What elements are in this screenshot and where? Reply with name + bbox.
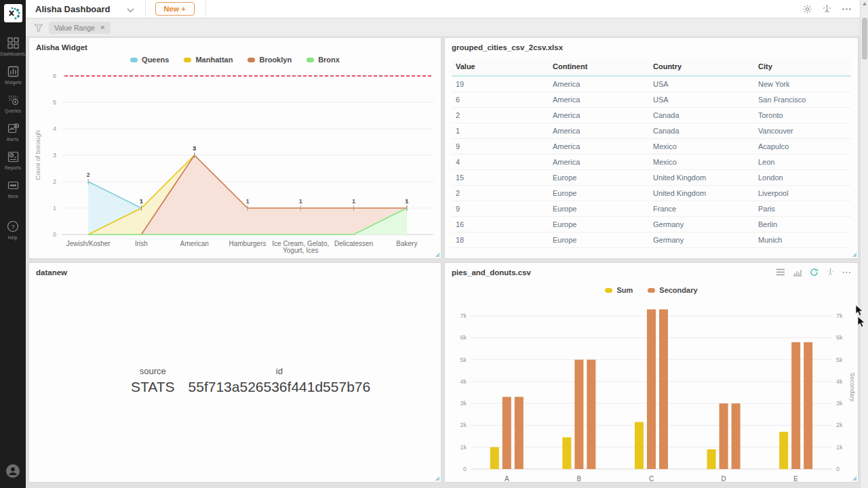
table-cell: Germany [650, 232, 755, 248]
chip-close-icon[interactable]: ✕ [100, 24, 105, 31]
svg-text:1: 1 [245, 198, 249, 205]
column-header[interactable]: Continent [550, 58, 650, 76]
settings-gear-icon[interactable] [802, 4, 812, 14]
legend-item-queens[interactable]: Queens [130, 56, 169, 64]
legend-label: Manhattan [195, 56, 233, 64]
legend-swatch [184, 58, 191, 62]
table-cell: America [550, 108, 650, 123]
share-icon[interactable] [826, 268, 835, 277]
table-cell: Vancouver [755, 123, 851, 139]
table-row[interactable]: 4AmericaMexicoLeon [452, 155, 851, 170]
svg-text:Irish: Irish [134, 240, 147, 247]
new-button[interactable]: New + [155, 2, 195, 16]
more-options-icon[interactable] [842, 271, 851, 274]
svg-text:7k: 7k [836, 312, 843, 319]
table-view-icon[interactable] [776, 268, 785, 276]
chart-view-icon[interactable] [793, 268, 802, 277]
table-row[interactable]: 16EuropeGermanyBerlin [452, 217, 851, 232]
more-icon [7, 179, 20, 192]
sidebar-item-alerts[interactable]: Alerts [0, 117, 26, 146]
area-line-chart[interactable]: 01234562113311111Jewish/KosherIrishAmeri… [32, 65, 439, 263]
svg-text:4k: 4k [836, 378, 843, 385]
panel-pies-and-donuts: pies_and_donuts.csv SumSecondary 001k1k2… [444, 262, 859, 483]
scroll-up-arrow-icon[interactable] [863, 2, 867, 5]
sidebar-item-label: Help [8, 235, 18, 239]
table-row[interactable]: 2EuropeUnited KingdomLiverpool [452, 186, 851, 201]
filter-chip-value-range[interactable]: Value Range ✕ [49, 22, 111, 34]
datanew-source-value: STATS [124, 378, 182, 396]
sidebar-item-label: Dashboards [1, 52, 26, 56]
resize-handle[interactable] [435, 476, 439, 481]
panel-title: Alisha Widget [29, 38, 441, 52]
sidebar-item-help[interactable]: ? Help [0, 215, 26, 244]
table-cell: Canada [650, 123, 755, 139]
sidebar: Dashboards Widgets Queries Al [0, 0, 26, 488]
svg-text:2k: 2k [460, 422, 467, 428]
table-row[interactable]: 2AmericaCanadaToronto [452, 108, 851, 123]
sidebar-item-label: Reports [5, 165, 21, 169]
vertical-scrollbar[interactable] [860, 0, 868, 488]
column-header[interactable]: City [755, 58, 851, 76]
svg-text:4k: 4k [460, 378, 467, 385]
filter-funnel-icon[interactable] [34, 23, 43, 33]
table-cell: 15 [452, 170, 550, 186]
table-cell: Europe [550, 232, 650, 248]
cities-table[interactable]: ValueContinentCountryCity 19AmericaUSANe… [452, 58, 851, 248]
svg-text:1: 1 [405, 198, 408, 205]
svg-text:6: 6 [52, 73, 56, 79]
table-cell: 4 [452, 155, 550, 170]
legend-item-sum[interactable]: Sum [605, 286, 633, 294]
table-row[interactable]: 6AmericaUSASan Francisco [452, 92, 851, 108]
more-options-icon[interactable] [842, 7, 852, 11]
svg-text:Secondary: Secondary [849, 372, 855, 402]
panel-datanew: datanew source id STATS 55f713a526536f44… [28, 262, 441, 483]
table-cell: 2 [452, 108, 550, 123]
scrollbar-thumb[interactable] [862, 18, 867, 60]
legend-label: Bronx [318, 56, 340, 64]
sidebar-item-reports[interactable]: Reports [0, 146, 26, 174]
legend-item-bronx[interactable]: Bronx [307, 56, 340, 64]
bar-chart[interactable]: 001k1k2k2k3k3k4k4k5k5k6k6k7k7kABCDESecon… [448, 297, 855, 487]
svg-text:2: 2 [86, 171, 90, 178]
table-cell: 9 [452, 139, 550, 155]
table-row[interactable]: 9EuropeFranceParis [452, 201, 851, 217]
column-header[interactable]: Value [452, 58, 550, 76]
resize-handle[interactable] [852, 252, 856, 257]
table-row[interactable]: 1AmericaCanadaVancouver [452, 123, 851, 139]
table-cell: 18 [452, 232, 550, 248]
table-row[interactable]: 18EuropeGermanyMunich [452, 232, 851, 248]
column-header[interactable]: Country [650, 58, 755, 76]
app-logo-icon[interactable] [4, 4, 22, 22]
legend-item-secondary[interactable]: Secondary [648, 286, 697, 294]
sidebar-item-widgets[interactable]: Widgets [0, 60, 26, 89]
table-row[interactable]: 19AmericaUSANew York [452, 76, 851, 92]
legend-item-manhattan[interactable]: Manhattan [184, 56, 233, 64]
table-cell: United Kingdom [650, 186, 755, 201]
table-cell: America [550, 139, 650, 155]
refresh-icon[interactable] [810, 268, 818, 277]
share-icon[interactable] [822, 4, 832, 14]
table-cell: Paris [755, 201, 851, 217]
table-cell: Toronto [755, 108, 851, 123]
svg-text:Jewish/Kosher: Jewish/Kosher [66, 240, 111, 247]
legend-item-brooklyn[interactable]: Brooklyn [248, 56, 292, 64]
table-row[interactable]: 9AmericaMexicoAcapulco [452, 139, 851, 155]
table-cell: Berlin [755, 217, 851, 232]
table-cell: America [550, 123, 650, 139]
resize-handle[interactable] [435, 252, 439, 257]
user-avatar[interactable] [5, 464, 20, 481]
table-cell: 2 [452, 186, 550, 201]
table-cell: USA [650, 76, 755, 92]
sidebar-item-dashboards[interactable]: Dashboards [0, 32, 26, 60]
resize-handle[interactable] [852, 476, 856, 481]
widgets-icon [7, 65, 20, 78]
svg-text:Hamburgers: Hamburgers [229, 240, 266, 247]
svg-text:5k: 5k [836, 357, 843, 363]
chevron-down-icon[interactable] [127, 3, 134, 16]
table-row[interactable]: 15EuropeUnited KingdomLondon [452, 170, 851, 186]
svg-text:1: 1 [52, 205, 56, 211]
sidebar-item-more[interactable]: More [0, 174, 26, 203]
svg-text:5k: 5k [460, 357, 467, 363]
sidebar-item-queries[interactable]: Queries [0, 89, 26, 117]
datanew-col-id: id [182, 365, 378, 378]
